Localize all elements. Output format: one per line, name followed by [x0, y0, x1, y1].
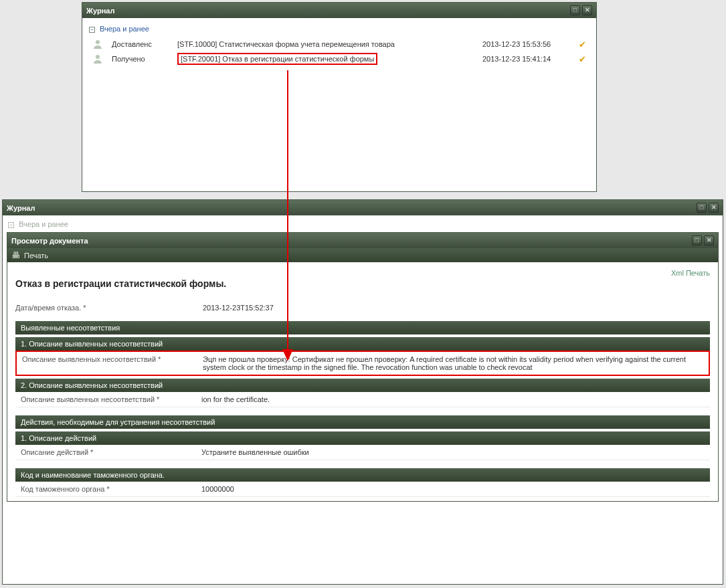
- subsection-header: 1. Описание действий: [15, 431, 710, 445]
- field-label: Описание выявленных несоответствий *: [21, 395, 201, 403]
- row-description: [STF.10000] Статистическая форма учета п…: [177, 40, 477, 48]
- field-label: Дата/время отказа. *: [15, 304, 203, 312]
- field-value: Устраните выявленные ошибки: [201, 448, 705, 456]
- group-label: Вчера и ранее: [19, 220, 68, 228]
- status-label: Доставленc: [112, 40, 172, 48]
- record-row: Код таможенного органа * 10000000: [15, 482, 710, 497]
- section-header: Код и наименование таможенного органа.: [15, 468, 710, 482]
- record-row: Описание действий * Устраните выявленные…: [15, 445, 710, 460]
- check-icon: ✔: [575, 39, 589, 50]
- row-timestamp: 2013-12-23 15:53:56: [482, 40, 569, 48]
- svg-point-0: [96, 40, 100, 44]
- subsection-header: 1. Описание выявленных несоответствий: [15, 337, 710, 351]
- user-icon: [89, 39, 106, 50]
- document-viewer-panel: Просмотр документа □ ✕ 🖶 Печать Xml Печа…: [7, 232, 719, 502]
- print-button[interactable]: Печать: [24, 252, 48, 260]
- journal-panel-top: Журнал □ ✕ − Вчера и ранее Доставленc [S…: [82, 2, 597, 192]
- close-icon[interactable]: ✕: [582, 5, 592, 15]
- document-title: Отказ в регистрации статистической формы…: [15, 278, 710, 289]
- field-value: 10000000: [201, 485, 705, 493]
- close-icon[interactable]: ✕: [704, 235, 714, 246]
- xml-print-link[interactable]: Xml Печать: [15, 269, 710, 277]
- section-header: Действия, необходимые для устранения нес…: [15, 415, 710, 429]
- maximize-icon[interactable]: □: [692, 235, 702, 246]
- field-label: Описание действий *: [21, 448, 201, 456]
- group-toggle[interactable]: − Вчера и ранее: [88, 22, 591, 37]
- status-label: Получено: [112, 55, 172, 63]
- viewer-title: Просмотр документа: [11, 237, 88, 245]
- panel-header: Просмотр документа □ ✕: [7, 233, 718, 248]
- svg-point-1: [96, 55, 100, 59]
- collapse-icon: −: [8, 222, 14, 228]
- panel-title: Журнал: [7, 204, 35, 212]
- record-row: Описание выявленных несоответствий * ion…: [15, 392, 710, 407]
- field-value: ion for the certificate.: [201, 395, 705, 403]
- maximize-icon[interactable]: □: [570, 5, 580, 15]
- highlight-box: [STF.20001] Отказ в регистрации статисти…: [177, 53, 377, 65]
- field-label: Описание выявленных несоответствий *: [22, 355, 203, 371]
- check-icon: ✔: [575, 54, 589, 64]
- field-value: 2013-12-23T15:52:37: [203, 304, 710, 312]
- panel-header: Журнал □ ✕: [3, 200, 723, 215]
- toolbar: 🖶 Печать: [7, 248, 718, 262]
- panel-header: Журнал □ ✕: [82, 3, 596, 18]
- close-icon[interactable]: ✕: [709, 203, 719, 213]
- subsection-header: 2. Описание выявленных несоответствий: [15, 379, 710, 392]
- group-label: Вчера и ранее: [100, 25, 149, 33]
- collapse-icon[interactable]: −: [89, 27, 95, 33]
- maximize-icon[interactable]: □: [697, 203, 707, 213]
- print-icon[interactable]: 🖶: [11, 250, 20, 260]
- journal-row[interactable]: Получено [STF.20001] Отказ в регистрации…: [88, 52, 591, 66]
- row-description: [STF.20001] Отказ в регистрации статисти…: [177, 55, 477, 63]
- journal-panel-bottom: Журнал □ ✕ − Вчера и ранее Просмотр доку…: [2, 199, 723, 585]
- section-header: Выявленные несоответствия: [15, 321, 710, 334]
- row-timestamp: 2013-12-23 15:41:14: [482, 55, 569, 63]
- user-icon: [89, 54, 106, 64]
- field-label: Код таможенного органа *: [21, 485, 201, 493]
- highlighted-record: Описание выявленных несоответствий * Эцп…: [15, 351, 710, 376]
- journal-row[interactable]: Доставленc [STF.10000] Статистическая фо…: [88, 37, 591, 52]
- panel-title: Журнал: [86, 7, 114, 15]
- field-value: Эцп не прошла проверку: Сертификат не пр…: [203, 355, 703, 371]
- group-toggle-dimmed: − Вчера и ранее: [7, 218, 719, 232]
